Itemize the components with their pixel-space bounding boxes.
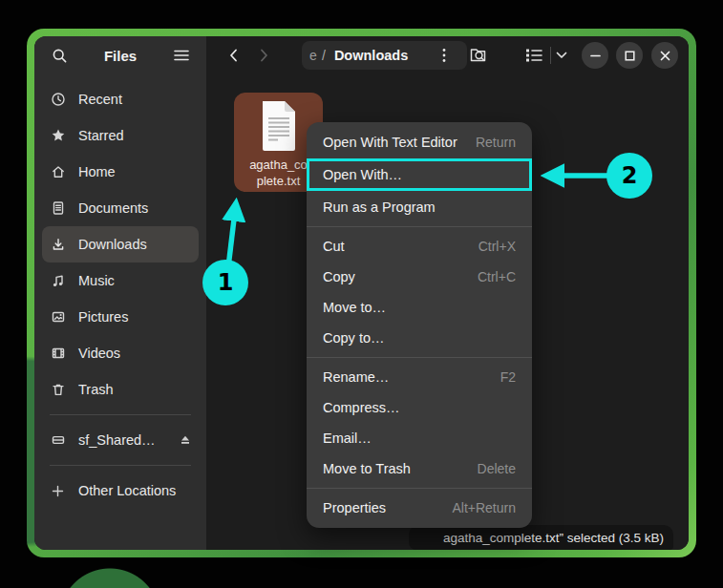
forward-button[interactable] <box>248 40 279 71</box>
menu-separator <box>307 357 532 358</box>
chevron-down-icon[interactable] <box>551 40 572 71</box>
status-bar: agatha_complete.txt” selected (3.5 kB) <box>409 525 673 550</box>
menu-item-move-to-trash[interactable]: Move to Trash Delete <box>307 453 532 484</box>
sidebar-item-label: sf_Shared… <box>78 432 156 448</box>
sidebar-item-other-locations[interactable]: Other Locations <box>42 472 199 509</box>
sidebar-item-label: Home <box>78 164 116 179</box>
menu-item-run-as-program[interactable]: Run as a Program <box>307 192 532 222</box>
menu-item-cut[interactable]: Cut Ctrl+X <box>307 231 532 262</box>
sidebar-item-label: Music <box>78 273 115 288</box>
sidebar-item-label: Documents <box>78 200 148 216</box>
clock-icon <box>50 92 66 108</box>
sidebar-item-home[interactable]: Home <box>42 154 199 190</box>
sidebar-item-label: Trash <box>78 382 114 397</box>
sidebar-item-label: Pictures <box>78 309 128 325</box>
toolbar: e / Downloads <box>206 36 689 74</box>
menu-item-rename[interactable]: Rename… F2 <box>307 362 532 392</box>
breadcrumb-previous-clipped[interactable]: e <box>309 48 317 63</box>
kebab-menu-icon[interactable] <box>433 44 456 67</box>
text-file-icon <box>257 99 301 153</box>
sidebar: Files Recent <box>34 36 206 550</box>
menu-item-open-with-text-editor[interactable]: Open With Text Editor Return <box>307 127 532 158</box>
sidebar-item-downloads[interactable]: Downloads <box>42 226 199 262</box>
sidebar-item-label: Recent <box>78 92 122 107</box>
sidebar-separator <box>50 414 191 415</box>
sidebar-item-label: Videos <box>78 346 120 361</box>
sidebar-item-label: Other Locations <box>78 483 176 498</box>
sidebar-item-trash[interactable]: Trash <box>42 371 199 408</box>
plus-icon <box>50 483 66 499</box>
trash-icon <box>50 382 66 398</box>
sidebar-item-sf-shared[interactable]: sf_Shared… <box>42 422 199 458</box>
minimize-button[interactable] <box>582 42 608 69</box>
menu-item-compress[interactable]: Compress… <box>307 392 532 423</box>
menu-separator <box>307 226 532 227</box>
menu-item-move-to[interactable]: Move to… <box>307 292 532 323</box>
sidebar-item-pictures[interactable]: Pictures <box>42 299 199 335</box>
back-button[interactable] <box>218 40 248 71</box>
sidebar-separator <box>50 465 191 466</box>
sidebar-item-music[interactable]: Music <box>42 262 199 299</box>
maximize-button[interactable] <box>616 42 643 69</box>
sidebar-item-videos[interactable]: Videos <box>42 335 199 371</box>
breadcrumb-separator: / <box>322 48 326 63</box>
annotation-step-1: 1 <box>202 260 248 305</box>
app-title: Files <box>71 48 170 64</box>
close-button[interactable] <box>651 42 678 69</box>
sidebar-item-recent[interactable]: Recent <box>42 81 199 117</box>
eject-icon[interactable] <box>177 432 193 449</box>
sidebar-item-documents[interactable]: Documents <box>42 190 199 226</box>
music-note-icon <box>50 273 66 289</box>
menu-item-properties[interactable]: Properties Alt+Return <box>307 493 532 523</box>
annotation-step-2: 2 <box>606 153 652 199</box>
breadcrumb-current[interactable]: Downloads <box>334 48 408 63</box>
menu-item-open-with[interactable]: Open With… <box>307 158 532 191</box>
sidebar-item-starred[interactable]: Starred <box>42 117 199 154</box>
search-folder-icon[interactable] <box>464 40 495 71</box>
list-view-icon[interactable] <box>519 40 549 71</box>
menu-separator <box>307 488 532 489</box>
menu-item-email[interactable]: Email… <box>307 423 532 453</box>
picture-icon <box>50 309 66 326</box>
download-icon <box>50 237 66 253</box>
sidebar-list: Recent Starred Home <box>34 74 206 509</box>
breadcrumb[interactable]: e / Downloads <box>302 41 467 70</box>
star-icon <box>50 128 66 144</box>
context-menu: Open With Text Editor Return Open With… … <box>307 122 532 528</box>
file-name-label: agatha_co plete.txt <box>249 158 308 189</box>
home-icon <box>50 164 66 180</box>
selection-status-text: agatha_complete.txt” selected (3.5 kB) <box>443 531 664 545</box>
document-icon <box>50 200 66 217</box>
drive-icon <box>50 432 66 449</box>
sidebar-item-label: Downloads <box>78 237 147 252</box>
sidebar-item-label: Starred <box>78 128 124 143</box>
menu-item-copy[interactable]: Copy Ctrl+C <box>307 262 532 292</box>
hamburger-menu-icon[interactable] <box>170 44 193 67</box>
film-icon <box>50 346 66 362</box>
search-icon[interactable] <box>48 44 71 67</box>
sidebar-header: Files <box>34 36 206 74</box>
menu-item-copy-to[interactable]: Copy to… <box>307 323 532 353</box>
